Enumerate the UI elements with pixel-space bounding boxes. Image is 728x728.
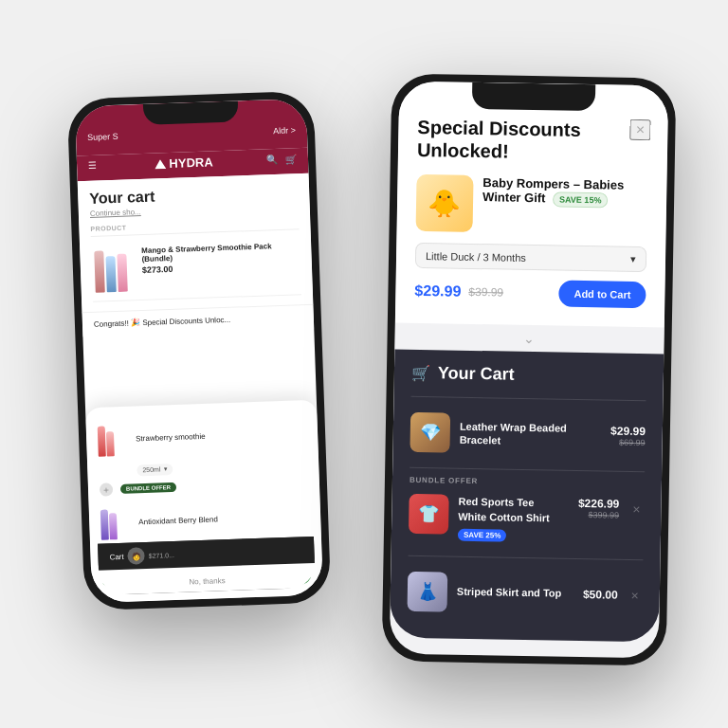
logo-icon	[155, 159, 166, 169]
brand-name: HYDRA	[169, 155, 213, 171]
footer-cart-text: Cart	[109, 552, 123, 561]
phone-1-body: Your cart Continue sho... PRODUCT Mango …	[78, 173, 314, 312]
striped-name: Striped Skirt and Top	[457, 585, 573, 600]
modal-save-badge: SAVE 15%	[553, 191, 609, 208]
no-thanks-label[interactable]: No, thanks	[189, 576, 226, 586]
red-tee-img: 👕	[409, 494, 449, 535]
phone-1-promo-bar: Super S Aldr >	[87, 125, 296, 142]
bundle-badge-row: + BUNDLE OFFER	[100, 476, 308, 497]
modal-variant-label: Little Duck / 3 Months	[426, 250, 526, 264]
modal-variant-chevron: ▾	[630, 253, 636, 265]
cart-item-striped: 👗 Striped Skirt and Top $50.00 ×	[407, 563, 643, 622]
cart-item-bundle: 👕 Red Sports Tee White Cotton Shirt SAVE…	[409, 486, 645, 552]
smoothie-bottles	[98, 422, 129, 457]
modal-price-current: $29.99	[414, 282, 461, 300]
bracelet-price-col: $29.99 $69.99	[610, 425, 646, 448]
overlay-item-2: Antioxidant Berry Blend	[100, 495, 310, 544]
cart-header: 🛒 Your Cart	[411, 363, 646, 387]
bracelet-price: $29.99	[610, 425, 646, 439]
phone-1-product-row: Mango & Strawberry Smoothie Pack (Bundle…	[91, 235, 301, 302]
phone-1-footer-container: Cart 🧑 $271.0... No, thanks	[98, 537, 316, 595]
modal-price-row: $29.99 $39.99 Add to Cart	[414, 278, 646, 308]
promo-left: Super S	[87, 132, 118, 142]
cart-divider-3	[409, 555, 644, 559]
bundle-info: Red Sports Tee White Cotton Shirt SAVE 2…	[458, 495, 569, 543]
phone-1-product-info: Mango & Strawberry Smoothie Pack (Bundle…	[141, 241, 300, 275]
item-1-variant-select[interactable]: 250ml ▾	[136, 464, 173, 476]
bracelet-img: 💎	[410, 412, 450, 453]
cart-icon: 🛒	[411, 364, 430, 382]
overlay-item-2-img	[100, 505, 132, 540]
overlay-item-1-name: Strawberry smoothie	[136, 428, 306, 443]
phone-1-nav-icons: 🔍 🛒	[266, 154, 297, 166]
phone-1-logo: HYDRA	[155, 155, 213, 171]
bracelet-info: Leather Wrap Beaded Bracelet	[460, 419, 602, 448]
modal-product-info: Baby Rompers – Babies Winter Gift SAVE 1…	[482, 175, 648, 212]
chevron-down-icon: ⌄	[523, 331, 535, 346]
phone-2-screen: × Special DiscountsUnlocked! 🐥 Baby Romp…	[390, 82, 668, 659]
striped-info: Striped Skirt and Top	[457, 585, 573, 600]
phone-2-modal: × Special DiscountsUnlocked! 🐥 Baby Romp…	[395, 82, 668, 328]
striped-remove-button[interactable]: ×	[627, 583, 643, 606]
white-shirt-name: White Cotton Shirt	[458, 510, 569, 525]
striped-price: $50.00	[583, 588, 618, 602]
search-icon[interactable]: 🔍	[266, 154, 278, 165]
modal-product-card: 🐥 Baby Rompers – Babies Winter Gift SAVE…	[416, 174, 648, 235]
an-b2	[109, 513, 118, 539]
bundle-price-col: $226.99 $399.99	[578, 497, 620, 520]
bundle-badge: BUNDLE OFFER	[120, 482, 176, 494]
cart-divider-2	[410, 467, 645, 472]
footer-total: $271.0...	[149, 552, 174, 559]
bundle-price: $226.99	[578, 497, 620, 511]
bottle-group	[91, 246, 136, 296]
an-b1	[100, 509, 109, 539]
phone-1-notch	[143, 100, 239, 124]
modal-title: Special DiscountsUnlocked!	[417, 116, 649, 165]
footer-avatar: 🧑	[127, 547, 145, 565]
cart-icon-header[interactable]: 🛒	[285, 154, 297, 165]
phone-2-cart: 🛒 Your Cart 💎 Leather Wrap Beaded Bracel…	[390, 350, 664, 643]
overlay-item-1: Strawberry smoothie	[97, 411, 306, 461]
striped-price-col: $50.00	[583, 588, 618, 602]
overlay-item-2-name: Antioxidant Berry Blend	[138, 512, 309, 526]
phone-1-product-img	[91, 246, 136, 296]
bracelet-price-original: $69.99	[610, 438, 646, 448]
item-1-chevron: ▾	[163, 465, 167, 473]
phone-1: Super S Aldr > ☰ HYDRA 🔍 🛒	[67, 91, 332, 611]
bracelet-name: Leather Wrap Beaded Bracelet	[460, 419, 602, 448]
modal-product-name: Baby Rompers – Babies Winter Gift SAVE 1…	[482, 175, 648, 209]
bundle-price-original: $399.99	[578, 510, 620, 520]
baby-romper-img: 🐥	[416, 174, 474, 232]
bottle-3	[117, 254, 127, 292]
cart-item-bracelet: 💎 Leather Wrap Beaded Bracelet $29.99 $6…	[410, 405, 646, 464]
bottle-2	[105, 256, 116, 292]
menu-icon[interactable]: ☰	[88, 159, 101, 173]
red-tee-name: Red Sports Tee	[458, 495, 569, 510]
bottle-1	[94, 250, 105, 292]
modal-price-original: $39.99	[468, 285, 503, 300]
item-1-variant-label: 250ml	[142, 465, 160, 473]
overlay-item-1-img	[98, 422, 129, 457]
promo-right: Aldr >	[273, 125, 296, 136]
footer-cart-label: Cart 🧑 $271.0...	[109, 546, 174, 565]
phone-1-col-header: PRODUCT	[90, 218, 299, 237]
modal-close-button[interactable]: ×	[629, 119, 650, 140]
cart-divider-1	[410, 396, 646, 401]
bundle-save-badge: SAVE 25%	[458, 528, 507, 541]
sm-bottle-1	[98, 427, 106, 457]
add-bundle-icon[interactable]: +	[100, 482, 113, 496]
phone-2: × Special DiscountsUnlocked! 🐥 Baby Romp…	[382, 73, 677, 665]
antioxidant-bottles	[100, 505, 132, 540]
phone-1-screen: Super S Aldr > ☰ HYDRA 🔍 🛒	[75, 99, 323, 603]
bundle-remove-button[interactable]: ×	[628, 498, 645, 520]
modal-variant-select[interactable]: Little Duck / 3 Months ▾	[415, 243, 646, 272]
svg-marker-0	[155, 159, 166, 169]
phone-2-notch	[472, 82, 595, 111]
sm-bottle-2	[106, 431, 115, 456]
cart-title: Your Cart	[438, 363, 515, 384]
add-to-cart-button[interactable]: Add to Cart	[558, 281, 646, 309]
scene: Super S Aldr > ☰ HYDRA 🔍 🛒	[0, 0, 728, 728]
striped-img: 👗	[408, 571, 448, 611]
